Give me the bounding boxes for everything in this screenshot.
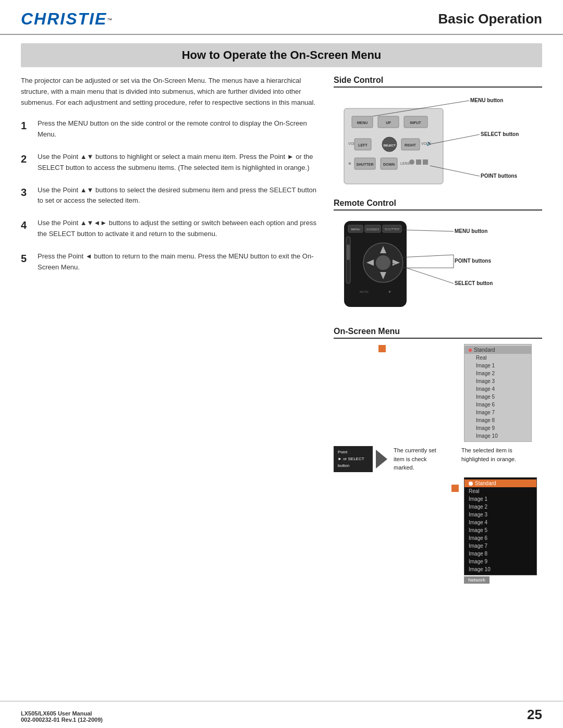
menu-item-image5: Image 5 <box>464 393 531 401</box>
manual-title: LX505/LX605 User Manual <box>21 710 103 717</box>
main-content: The projector can be adjusted or set via… <box>0 76 563 584</box>
bottom-menu-img9: Image 9 <box>464 558 536 565</box>
svg-text:MENU: MENU <box>351 228 360 231</box>
svg-rect-39 <box>347 244 350 260</box>
svg-text:⊕: ⊕ <box>348 162 351 165</box>
logo: CHRISTIE™ <box>21 9 112 29</box>
svg-text:RIGHT: RIGHT <box>405 143 417 147</box>
side-control-section: Side Control MENU UP INPUT VOL- LEFT SEL… <box>334 76 542 199</box>
page-header: CHRISTIE™ Basic Operation <box>0 0 563 35</box>
steps-list: 1 Press the MENU button on the side cont… <box>21 118 318 273</box>
top-menu-box: Standard Real Image 1 Image 2 Image 3 Im… <box>464 344 532 442</box>
svg-text:INPUT: INPUT <box>410 121 422 125</box>
svg-text:LENS: LENS <box>400 162 410 165</box>
step-number-5: 5 <box>21 251 31 266</box>
svg-text:POINT buttons: POINT buttons <box>481 173 517 179</box>
menu-item-image8: Image 8 <box>464 416 531 424</box>
check-dot-white <box>469 482 473 486</box>
bottom-menu-img5: Image 5 <box>464 526 536 534</box>
bottom-menu-box: Standard Real Image 1 Image 2 Image 3 Im… <box>464 477 537 575</box>
svg-text:LEFT: LEFT <box>358 143 368 147</box>
step-text-4: Use the Point ▲▼◄► buttons to adjust the… <box>38 218 318 240</box>
bottom-menu-img2: Image 2 <box>464 503 536 511</box>
menu-item-real: Real <box>464 354 531 362</box>
menu-item-image2: Image 2 <box>464 369 531 377</box>
step-3: 3 Use the Point ▲▼ buttons to select the… <box>21 185 318 207</box>
side-control-title: Side Control <box>334 76 542 88</box>
step-number-1: 1 <box>21 118 31 133</box>
step-number-2: 2 <box>21 152 31 166</box>
page-title: How to Operate the On-Screen Menu <box>21 48 542 62</box>
bottom-menu-box-wrapper: Standard Real Image 1 Image 2 Image 3 Im… <box>464 477 537 584</box>
svg-text:MENU button: MENU button <box>470 97 503 103</box>
check-marked-caption: The currently set item is check marked. <box>394 446 446 472</box>
step-text-3: Use the Point ▲▼ buttons to select the d… <box>38 185 318 207</box>
button-label: button <box>338 463 369 470</box>
menu-item-image10: Image 10 <box>464 432 531 440</box>
onscreen-menu-section: On-Screen Menu Standard Real Image 1 Ima… <box>334 327 542 584</box>
svg-rect-23 <box>416 159 421 165</box>
section-title: Basic Operation <box>438 11 542 27</box>
brand-name: CHRISTIE <box>21 9 107 28</box>
bottom-menu-img6: Image 6 <box>464 534 536 542</box>
svg-line-50 <box>400 255 454 257</box>
page-number: 25 <box>527 707 542 723</box>
right-arrow <box>376 450 387 468</box>
check-dot <box>469 349 472 352</box>
menu-item-image1: Image 1 <box>464 362 531 369</box>
menu-item-image4: Image 4 <box>464 385 531 393</box>
svg-point-45 <box>376 255 390 270</box>
bottom-menu-img10: Image 10 <box>464 565 536 573</box>
select-or-label: ► or SELECT <box>338 456 369 463</box>
menu-item-standard: Standard <box>464 346 531 354</box>
step-5: 5 Press the Point ◄ button to return to … <box>21 251 318 273</box>
menu-item-image6: Image 6 <box>464 401 531 409</box>
step-text-1: Press the MENU button on the side contro… <box>38 118 318 140</box>
right-column: Side Control MENU UP INPUT VOL- LEFT SEL… <box>334 76 542 584</box>
menu-item-image7: Image 7 <box>464 409 531 416</box>
bottom-menu-img8: Image 8 <box>464 550 536 558</box>
revision-info: 002-000232-01 Rev.1 (12-2009) <box>21 717 103 723</box>
bottom-menu-img4: Image 4 <box>464 519 536 526</box>
step-number-4: 4 <box>21 218 31 232</box>
remote-control-title: Remote Control <box>334 199 542 211</box>
highlighted-caption: The selected item is highlighted in oran… <box>461 446 519 472</box>
svg-text:DOWN: DOWN <box>383 163 395 166</box>
svg-text:MUTE: MUTE <box>360 290 369 293</box>
arrow-captions-row: Point ► or SELECT button The currently s… <box>334 446 542 472</box>
svg-text:🔊: 🔊 <box>426 140 433 146</box>
step-2: 2 Use the Point ▲▼ buttons to highlight … <box>21 152 318 174</box>
svg-rect-22 <box>409 159 414 165</box>
menu-orange-icon <box>378 345 386 352</box>
left-column: The projector can be adjusted or set via… <box>21 76 318 584</box>
menu-item-image3: Image 3 <box>464 377 531 385</box>
page-footer: LX505/LX605 User Manual 002-000232-01 Re… <box>0 701 563 728</box>
page-banner: How to Operate the On-Screen Menu <box>21 43 542 67</box>
remote-control-section: Remote Control MENU SCREEN SHUTTER <box>334 199 542 316</box>
menu-item-image9: Image 9 <box>464 424 531 432</box>
svg-text:UP: UP <box>386 121 391 125</box>
trademark-symbol: ™ <box>107 17 112 23</box>
bottom-menu-img7: Image 7 <box>464 542 536 550</box>
step-text-2: Use the Point ▲▼ buttons to highlight or… <box>38 152 318 174</box>
svg-text:SELECT button: SELECT button <box>481 131 519 137</box>
point-select-box: Point ► or SELECT button <box>334 446 373 472</box>
svg-text:MENU button: MENU button <box>455 228 487 234</box>
step-text-5: Press the Point ◄ button to return to th… <box>38 251 318 273</box>
remote-control-diagram: MENU SCREEN SHUTTER <box>334 216 532 315</box>
svg-text:SELECT button: SELECT button <box>455 280 493 286</box>
svg-text:MENU: MENU <box>357 121 368 125</box>
footer-left: LX505/LX605 User Manual 002-000232-01 Re… <box>21 710 103 723</box>
bottom-menu-icon <box>451 485 459 492</box>
bottom-menu-img3: Image 3 <box>464 511 536 519</box>
intro-paragraph: The projector can be adjusted or set via… <box>21 76 318 108</box>
svg-text:SHUTTER: SHUTTER <box>356 163 373 166</box>
side-control-diagram: MENU UP INPUT VOL- LEFT SELECT RIGHT VOL… <box>334 93 532 197</box>
svg-text:✱: ✱ <box>388 290 391 293</box>
bottom-menu-img1: Image 1 <box>464 495 536 503</box>
step-number-3: 3 <box>21 185 31 200</box>
step-4: 4 Use the Point ▲▼◄► buttons to adjust t… <box>21 218 318 240</box>
point-select-arrow: Point ► or SELECT button <box>334 446 387 472</box>
svg-text:POINT buttons: POINT buttons <box>455 258 491 264</box>
svg-rect-24 <box>423 159 428 165</box>
